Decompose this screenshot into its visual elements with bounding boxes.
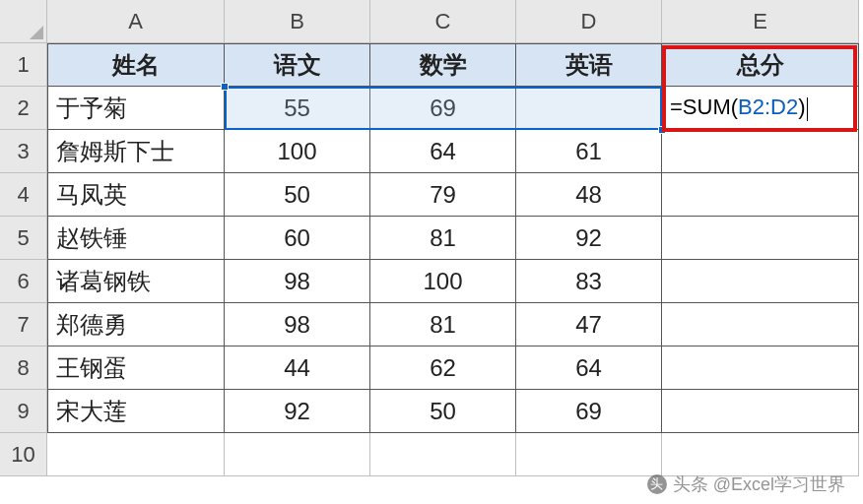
cell-C6[interactable]: 100 bbox=[370, 260, 516, 303]
selection-handle-br[interactable] bbox=[658, 126, 666, 134]
col-header-C[interactable]: C bbox=[370, 0, 516, 43]
col-header-A[interactable]: A bbox=[47, 0, 225, 43]
watermark-text: 头条 @Excel学习世界 bbox=[673, 472, 845, 496]
cell-B5[interactable]: 60 bbox=[225, 217, 370, 260]
cell-D3[interactable]: 61 bbox=[516, 130, 662, 173]
row-header-4[interactable]: 4 bbox=[0, 173, 47, 217]
cell-D7[interactable]: 47 bbox=[516, 303, 662, 346]
formula-ref: B2:D2 bbox=[738, 94, 798, 119]
row-header-6[interactable]: 6 bbox=[0, 260, 47, 303]
cell-C10[interactable] bbox=[370, 433, 516, 476]
cell-D9[interactable]: 69 bbox=[516, 390, 662, 433]
cell-E10[interactable] bbox=[662, 433, 859, 476]
cell-B10[interactable] bbox=[225, 433, 370, 476]
cell-E3[interactable] bbox=[662, 130, 859, 173]
cell-B3[interactable]: 100 bbox=[225, 130, 370, 173]
row-header-7[interactable]: 7 bbox=[0, 303, 47, 346]
text-cursor bbox=[807, 97, 808, 121]
cell-D6[interactable]: 83 bbox=[516, 260, 662, 303]
cell-E4[interactable] bbox=[662, 173, 859, 217]
cell-D2[interactable] bbox=[516, 87, 662, 130]
select-all-corner[interactable] bbox=[0, 0, 47, 43]
formula-suffix: ) bbox=[798, 94, 805, 119]
selection-handle-tl[interactable] bbox=[221, 83, 229, 91]
cell-B9[interactable]: 92 bbox=[225, 390, 370, 433]
cell-C9[interactable]: 50 bbox=[370, 390, 516, 433]
cell-B2[interactable]: 55 bbox=[225, 87, 370, 130]
cell-A4[interactable]: 马凤英 bbox=[47, 173, 225, 217]
cell-D10[interactable] bbox=[516, 433, 662, 476]
row-header-9[interactable]: 9 bbox=[0, 390, 47, 433]
header-math[interactable]: 数学 bbox=[370, 43, 516, 87]
cell-C4[interactable]: 79 bbox=[370, 173, 516, 217]
cell-B7[interactable]: 98 bbox=[225, 303, 370, 346]
col-header-D[interactable]: D bbox=[516, 0, 662, 43]
header-total[interactable]: 总分 bbox=[662, 43, 859, 87]
cell-C2[interactable]: 69 bbox=[370, 87, 516, 130]
header-chinese[interactable]: 语文 bbox=[225, 43, 370, 87]
cell-E5[interactable] bbox=[662, 217, 859, 260]
cell-B6[interactable]: 98 bbox=[225, 260, 370, 303]
cell-B8[interactable]: 44 bbox=[225, 346, 370, 390]
cell-A9[interactable]: 宋大莲 bbox=[47, 390, 225, 433]
spreadsheet-grid[interactable]: A B C D E 1 姓名 语文 数学 英语 总分 2 于予菊 55 69 =… bbox=[0, 0, 863, 476]
row-header-2[interactable]: 2 bbox=[0, 87, 47, 130]
cell-A8[interactable]: 王钢蛋 bbox=[47, 346, 225, 390]
cell-E8[interactable] bbox=[662, 346, 859, 390]
cell-A6[interactable]: 诸葛钢铁 bbox=[47, 260, 225, 303]
col-header-E[interactable]: E bbox=[662, 0, 859, 43]
cell-D4[interactable]: 48 bbox=[516, 173, 662, 217]
row-header-1[interactable]: 1 bbox=[0, 43, 47, 87]
row-header-8[interactable]: 8 bbox=[0, 346, 47, 390]
cell-D8[interactable]: 64 bbox=[516, 346, 662, 390]
cell-A2[interactable]: 于予菊 bbox=[47, 87, 225, 130]
cell-E2[interactable]: =SUM(B2:D2) bbox=[662, 87, 859, 130]
cell-E6[interactable] bbox=[662, 260, 859, 303]
row-header-5[interactable]: 5 bbox=[0, 217, 47, 260]
formula-text: =SUM(B2:D2) bbox=[670, 94, 808, 120]
cell-A7[interactable]: 郑德勇 bbox=[47, 303, 225, 346]
cell-C8[interactable]: 62 bbox=[370, 346, 516, 390]
row-header-3[interactable]: 3 bbox=[0, 130, 47, 173]
cell-C7[interactable]: 81 bbox=[370, 303, 516, 346]
watermark-icon: 头 bbox=[647, 474, 667, 494]
cell-A3[interactable]: 詹姆斯下士 bbox=[47, 130, 225, 173]
cell-E9[interactable] bbox=[662, 390, 859, 433]
header-name[interactable]: 姓名 bbox=[47, 43, 225, 87]
row-header-10[interactable]: 10 bbox=[0, 433, 47, 476]
cell-C3[interactable]: 64 bbox=[370, 130, 516, 173]
cell-B4[interactable]: 50 bbox=[225, 173, 370, 217]
cell-D5[interactable]: 92 bbox=[516, 217, 662, 260]
cell-A5[interactable]: 赵铁锤 bbox=[47, 217, 225, 260]
cell-C5[interactable]: 81 bbox=[370, 217, 516, 260]
cell-E7[interactable] bbox=[662, 303, 859, 346]
formula-prefix: =SUM( bbox=[670, 94, 738, 119]
watermark: 头 头条 @Excel学习世界 bbox=[647, 472, 845, 496]
header-english[interactable]: 英语 bbox=[516, 43, 662, 87]
cell-A10[interactable] bbox=[47, 433, 225, 476]
col-header-B[interactable]: B bbox=[225, 0, 370, 43]
